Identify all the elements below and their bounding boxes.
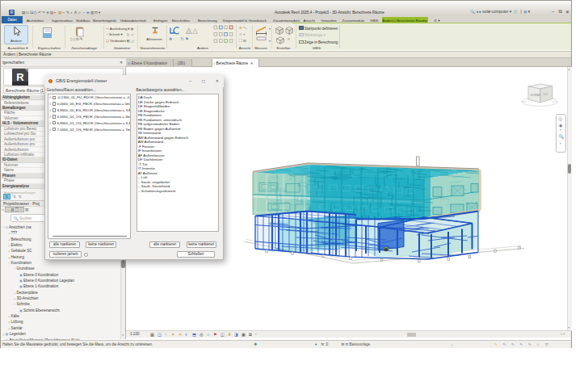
svg-text:OST: OST: [543, 93, 548, 96]
svg-text:VORNE: VORNE: [531, 94, 541, 97]
